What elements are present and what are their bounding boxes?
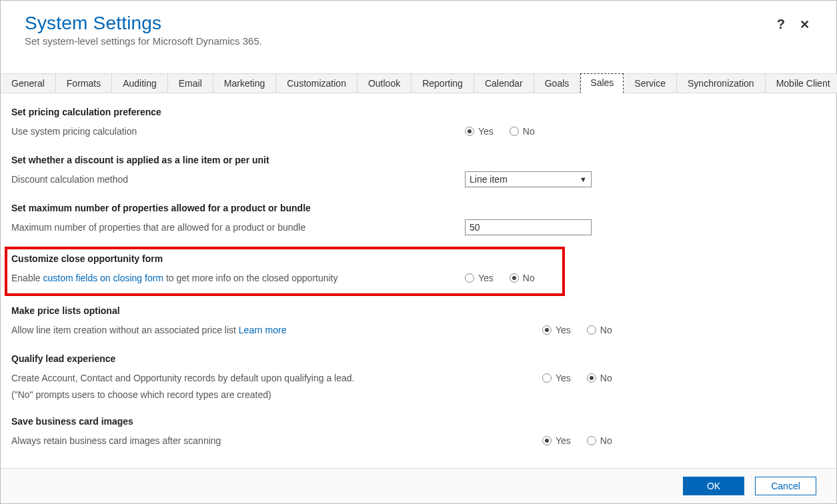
radio-group-bizcard: Yes No xyxy=(542,435,624,446)
label-closeopp-prefix: Enable xyxy=(11,273,43,283)
tab-goals[interactable]: Goals xyxy=(534,74,581,93)
radio-pricelists-yes[interactable] xyxy=(542,325,552,335)
close-icon[interactable]: ✕ xyxy=(800,19,810,31)
label-closeopp-suffix: to get more info on the closed opportuni… xyxy=(163,273,338,283)
label-qualifylead: Create Account, Contact and Opportunity … xyxy=(11,373,542,383)
radio-group-qualifylead: Yes No xyxy=(542,373,624,383)
tab-synchronization[interactable]: Synchronization xyxy=(677,74,766,93)
radio-label-no: No xyxy=(600,373,612,383)
tabs-bar: General Formats Auditing Email Marketing… xyxy=(1,73,836,93)
select-discount-value: Line item xyxy=(470,174,508,185)
label-discount: Discount calculation method xyxy=(11,174,465,185)
radio-group-closeopp: Yes No xyxy=(465,273,547,283)
select-discount-method[interactable]: Line item ▼ xyxy=(465,171,592,187)
radio-qualifylead-no[interactable] xyxy=(587,373,596,383)
radio-group-pricelists: Yes No xyxy=(542,325,624,335)
tab-general[interactable]: General xyxy=(1,74,56,93)
tab-mobile-client[interactable]: Mobile Client xyxy=(766,74,837,93)
tab-outlook[interactable]: Outlook xyxy=(357,74,411,93)
settings-content[interactable]: Set pricing calculation preference Use s… xyxy=(1,93,836,468)
label-pricelists-text: Allow line item creation without an asso… xyxy=(11,325,239,335)
dialog-title: System Settings xyxy=(25,13,812,34)
row-pricelists: Allow line item creation without an asso… xyxy=(11,321,836,339)
radio-bizcard-no[interactable] xyxy=(587,436,596,445)
chevron-down-icon: ▼ xyxy=(580,175,587,183)
row-qualifylead: Create Account, Contact and Opportunity … xyxy=(11,369,836,387)
input-max-properties[interactable] xyxy=(465,219,592,235)
heading-bizcard: Save business card images xyxy=(11,416,836,427)
radio-label-no: No xyxy=(523,273,535,283)
tab-reporting[interactable]: Reporting xyxy=(411,74,474,93)
heading-pricing: Set pricing calculation preference xyxy=(11,107,836,117)
row-pricing: Use system pricing calculation Yes No xyxy=(11,123,836,140)
label-maxprops: Maximum number of properties that are al… xyxy=(11,222,465,233)
highlight-close-opportunity: Customize close opportunity form Enable … xyxy=(5,247,565,296)
heading-discount: Set whether a discount is applied as a l… xyxy=(11,155,836,165)
link-custom-fields[interactable]: custom fields on closing form xyxy=(43,273,163,283)
heading-closeopp: Customize close opportunity form xyxy=(11,253,557,264)
radio-label-yes: Yes xyxy=(556,373,571,383)
tab-service[interactable]: Service xyxy=(624,74,677,93)
radio-label-no: No xyxy=(600,325,612,335)
note-qualifylead: ("No" prompts users to choose which reco… xyxy=(11,389,836,400)
ok-button[interactable]: OK xyxy=(683,477,744,495)
heading-maxprops: Set maximum number of properties allowed… xyxy=(11,203,836,213)
radio-label-no: No xyxy=(600,435,612,446)
system-settings-dialog: System Settings Set system-level setting… xyxy=(0,0,837,504)
row-closeopp: Enable custom fields on closing form to … xyxy=(11,269,557,287)
dialog-footer: OK Cancel xyxy=(1,468,836,503)
radio-label-yes: Yes xyxy=(556,325,571,335)
radio-label-yes: Yes xyxy=(556,435,571,446)
help-icon[interactable]: ? xyxy=(777,17,785,32)
row-maxprops: Maximum number of properties that are al… xyxy=(11,219,836,236)
tab-auditing[interactable]: Auditing xyxy=(112,74,168,93)
heading-qualifylead: Qualify lead experience xyxy=(11,353,836,364)
tab-formats[interactable]: Formats xyxy=(56,74,112,93)
radio-label-yes: Yes xyxy=(478,126,494,137)
radio-label-no: No xyxy=(523,126,535,137)
radio-qualifylead-yes[interactable] xyxy=(542,373,552,383)
tab-email[interactable]: Email xyxy=(168,74,213,93)
link-learn-more-pricelists[interactable]: Learn more xyxy=(239,325,287,335)
dialog-subtitle: Set system-level settings for Microsoft … xyxy=(25,35,812,47)
label-pricing: Use system pricing calculation xyxy=(11,126,465,137)
label-pricelists: Allow line item creation without an asso… xyxy=(11,325,465,335)
radio-pricing-yes[interactable] xyxy=(465,127,474,136)
dialog-header: System Settings Set system-level setting… xyxy=(1,1,836,56)
radio-pricing-no[interactable] xyxy=(510,127,519,136)
tab-customization[interactable]: Customization xyxy=(276,74,357,93)
cancel-button[interactable]: Cancel xyxy=(755,477,816,495)
radio-closeopp-yes[interactable] xyxy=(465,273,474,283)
label-bizcard: Always retain business card images after… xyxy=(11,435,542,446)
tab-marketing[interactable]: Marketing xyxy=(213,74,276,93)
row-discount: Discount calculation method Line item ▼ xyxy=(11,171,836,188)
row-bizcard: Always retain business card images after… xyxy=(11,432,836,449)
header-icons: ? ✕ xyxy=(777,17,810,32)
heading-pricelists: Make price lists optional xyxy=(11,305,836,316)
radio-label-yes: Yes xyxy=(478,273,494,283)
radio-pricelists-no[interactable] xyxy=(587,325,596,335)
radio-bizcard-yes[interactable] xyxy=(542,436,552,445)
radio-group-pricing: Yes No xyxy=(465,126,547,137)
label-closeopp: Enable custom fields on closing form to … xyxy=(11,273,465,283)
tab-sales[interactable]: Sales xyxy=(580,73,624,93)
tab-calendar[interactable]: Calendar xyxy=(474,74,534,93)
radio-closeopp-no[interactable] xyxy=(510,273,519,283)
